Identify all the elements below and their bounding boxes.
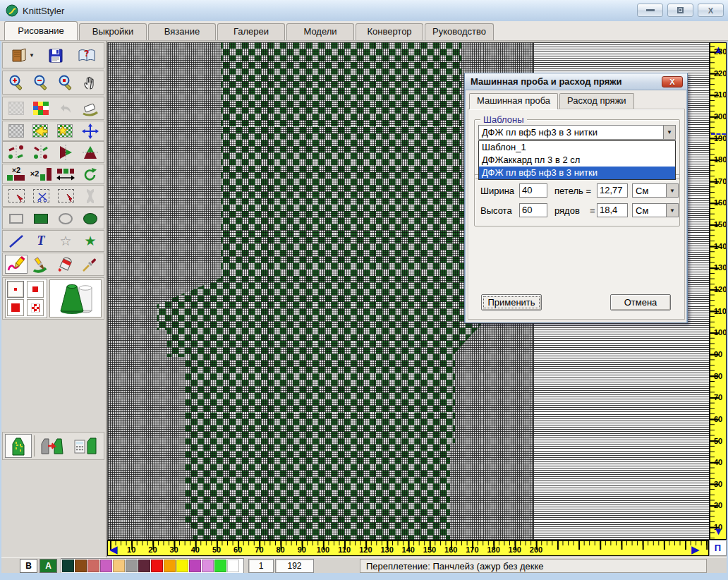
color-b-button[interactable]: B <box>20 559 37 573</box>
rotate-button[interactable] <box>79 164 102 183</box>
weave-button[interactable] <box>79 186 102 205</box>
loops-unit-combobox[interactable]: См ▼ <box>632 183 679 198</box>
dialog-title-bar[interactable]: Машинная проба и расход пряжи <box>465 73 687 90</box>
fill-bucket-button[interactable] <box>54 255 77 274</box>
palette-swatch[interactable] <box>202 560 214 572</box>
cancel-button[interactable]: Отмена <box>610 294 671 310</box>
pattern-piece-button[interactable] <box>5 434 32 458</box>
tab-Вязание[interactable]: Вязание <box>148 23 216 40</box>
loops-input[interactable]: 12,77 <box>597 183 628 198</box>
text-button[interactable]: T <box>30 231 52 250</box>
rows-input[interactable]: 18,4 <box>597 203 628 217</box>
zoom-region-button[interactable] <box>54 73 77 92</box>
palette-swatch[interactable] <box>151 560 163 572</box>
move-button[interactable] <box>79 121 102 140</box>
template-list-item[interactable]: ДФЖаккард пл 3 в 2 сл <box>479 154 675 167</box>
open-dropdown-icon[interactable]: ▼ <box>29 52 35 59</box>
tab-Выкройки[interactable]: Выкройки <box>79 23 147 40</box>
row-field[interactable]: 192 <box>275 559 314 573</box>
line-button[interactable] <box>5 231 28 250</box>
palette-swatch[interactable] <box>164 560 176 572</box>
tab-Руководство[interactable]: Руководство <box>425 23 494 40</box>
mirror-axis-button[interactable] <box>30 143 52 162</box>
double-width-button[interactable]: ×2 <box>5 164 28 183</box>
palette-swatch[interactable] <box>189 560 201 572</box>
color-grid-button[interactable] <box>30 99 52 118</box>
rectangle-filled-button[interactable] <box>30 209 52 228</box>
v-ruler[interactable]: ▲ 23022021020019018017016015014013012011… <box>709 42 727 540</box>
tab-Галереи[interactable]: Галереи <box>217 23 285 40</box>
ellipse-filled-button[interactable] <box>79 209 102 228</box>
column-field[interactable]: 1 <box>248 559 274 573</box>
maximize-button[interactable] <box>667 4 693 17</box>
zoom-in-button[interactable] <box>5 73 28 92</box>
palette-swatch[interactable] <box>75 560 87 572</box>
repeat-left-button[interactable] <box>30 121 52 140</box>
mirror-diagonal-button[interactable] <box>5 143 28 162</box>
dialog-tab-Расход пряжи[interactable]: Расход пряжи <box>559 93 634 109</box>
color-picker-button[interactable] <box>79 255 102 274</box>
select-cut-button[interactable] <box>30 186 52 205</box>
minimize-button[interactable] <box>637 4 663 17</box>
open-button[interactable]: ▼ <box>5 46 40 65</box>
pan-hand-button[interactable] <box>79 73 102 92</box>
piece-convert-button[interactable] <box>37 434 68 458</box>
apply-button[interactable]: Применить <box>481 294 542 310</box>
template-list-item[interactable]: Шаблон_1 <box>479 141 675 154</box>
tab-Рисование[interactable]: Рисование <box>4 21 78 40</box>
gray-grid-button[interactable] <box>5 121 28 140</box>
brush-size-3-button[interactable] <box>7 299 24 316</box>
palette-swatch[interactable] <box>87 560 99 572</box>
template-list-item[interactable]: ДФЖ пл вф5 нф3 в 3 нитки <box>479 167 675 179</box>
brush-button[interactable] <box>30 255 52 274</box>
yarn-cone-button[interactable] <box>49 279 102 318</box>
palette-swatch[interactable] <box>176 560 188 572</box>
palette-swatch[interactable] <box>214 560 226 572</box>
chevron-down-icon[interactable]: ▼ <box>666 204 678 217</box>
template-combobox[interactable]: ДФЖ пл вф5 нф3 в 3 нитки ▼ <box>478 125 676 140</box>
pencil-button[interactable] <box>5 255 28 274</box>
palette-swatch[interactable] <box>138 560 150 572</box>
repeat-insert-button[interactable] <box>54 121 77 140</box>
dialog-close-button[interactable]: X <box>662 76 683 87</box>
h-ruler[interactable]: ◀ 10203040506070809010011012013014015016… <box>107 540 709 556</box>
star-button[interactable]: ☆ <box>54 231 77 250</box>
help-button[interactable]: ? <box>73 46 102 65</box>
brush-pattern-button[interactable] <box>27 299 44 316</box>
select-move-button[interactable] <box>5 186 28 205</box>
flip-vertical-button[interactable] <box>79 143 102 162</box>
flip-horizontal-button[interactable] <box>54 143 77 162</box>
palette-swatch[interactable] <box>227 560 239 572</box>
piece-calc-button[interactable] <box>70 434 101 458</box>
rectangle-button[interactable] <box>5 209 28 228</box>
tab-Модели[interactable]: Модели <box>286 23 354 40</box>
grid-button[interactable] <box>5 99 28 118</box>
palette-swatch[interactable] <box>113 560 125 572</box>
clean-button[interactable] <box>79 99 102 118</box>
palette-swatch[interactable] <box>62 560 74 572</box>
save-button[interactable] <box>42 46 71 65</box>
height-input[interactable]: 60 <box>519 203 547 217</box>
combobox-dropdown-button[interactable]: ▼ <box>663 126 675 139</box>
ruler-corner-button[interactable]: П <box>709 540 727 556</box>
palette-swatch[interactable] <box>126 560 138 572</box>
scroll-down-icon[interactable]: ▼ <box>713 526 724 536</box>
chevron-down-icon[interactable]: ▼ <box>666 184 678 197</box>
brush-size-2-button[interactable] <box>27 281 44 298</box>
scroll-right-icon[interactable]: ▶ <box>691 544 700 555</box>
brush-size-1-button[interactable] <box>7 281 24 298</box>
zoom-out-button[interactable] <box>30 73 52 92</box>
rows-unit-combobox[interactable]: См ▼ <box>632 203 679 217</box>
stretch-button[interactable] <box>54 164 77 183</box>
select-insert-button[interactable] <box>54 186 77 205</box>
ellipse-button[interactable] <box>54 209 77 228</box>
double-height-button[interactable]: ×2 <box>30 164 53 183</box>
close-button[interactable]: X <box>698 4 724 17</box>
star-filled-button[interactable]: ★ <box>79 231 102 250</box>
width-input[interactable]: 40 <box>519 183 547 198</box>
dialog-tab-Машинная проба[interactable]: Машинная проба <box>469 93 558 109</box>
color-a-button[interactable]: A <box>40 559 57 573</box>
scroll-left-icon[interactable]: ◀ <box>109 544 118 555</box>
palette-swatch[interactable] <box>100 560 112 572</box>
undo-button[interactable] <box>54 99 77 118</box>
